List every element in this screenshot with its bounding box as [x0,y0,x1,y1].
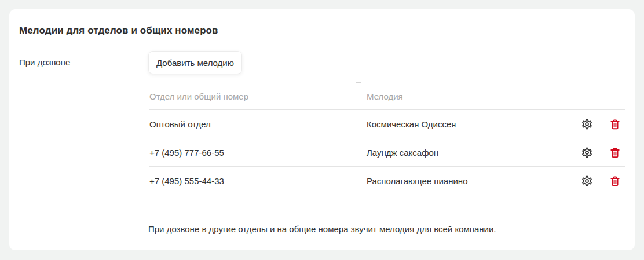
table-row: +7 (495) 777-66-55 Лаундж саксафон [149,138,625,167]
department-cell: Оптовый отдел [149,119,367,129]
row-actions [572,142,625,163]
gear-icon [581,118,593,130]
table-row: Оптовый отдел Космическая Одиссея [149,110,625,138]
gear-icon [581,147,593,159]
column-header-melody: Мелодия [367,91,572,101]
melodies-card: Мелодии для отделов и общих номеров При … [9,9,635,250]
row-delete-button[interactable] [605,171,625,191]
department-cell: +7 (495) 777-66-55 [149,148,367,158]
column-header-department: Отдел или общий номер [149,91,367,101]
trash-icon [609,118,621,130]
row-actions [572,171,625,191]
add-melody-button[interactable]: Добавить мелодию [148,51,242,74]
table-row: +7 (495) 555-44-33 Располагающее пианино [149,167,625,195]
trash-icon [609,147,621,159]
footer-note: При дозвоне в другие отделы и на общие н… [148,224,496,235]
section-divider [19,208,625,208]
row-settings-button[interactable] [577,142,597,163]
melody-cell: Космическая Одиссея [367,119,572,129]
row-settings-button[interactable] [577,114,597,134]
dial-mode-label: При дозвоне [19,58,70,67]
melodies-table: Отдел или общий номер Мелодия Оптовый от… [149,83,625,195]
gear-icon [581,175,593,187]
page-title: Мелодии для отделов и общих номеров [19,25,218,36]
melody-cell: Располагающее пианино [367,176,572,186]
placeholder-dash [356,82,361,83]
table-header-row: Отдел или общий номер Мелодия [149,83,625,110]
trash-icon [609,175,621,187]
row-delete-button[interactable] [605,142,625,163]
row-settings-button[interactable] [577,171,597,191]
melody-cell: Лаундж саксафон [367,148,572,158]
row-delete-button[interactable] [605,114,625,134]
department-cell: +7 (495) 555-44-33 [149,176,367,186]
row-actions [572,114,625,134]
